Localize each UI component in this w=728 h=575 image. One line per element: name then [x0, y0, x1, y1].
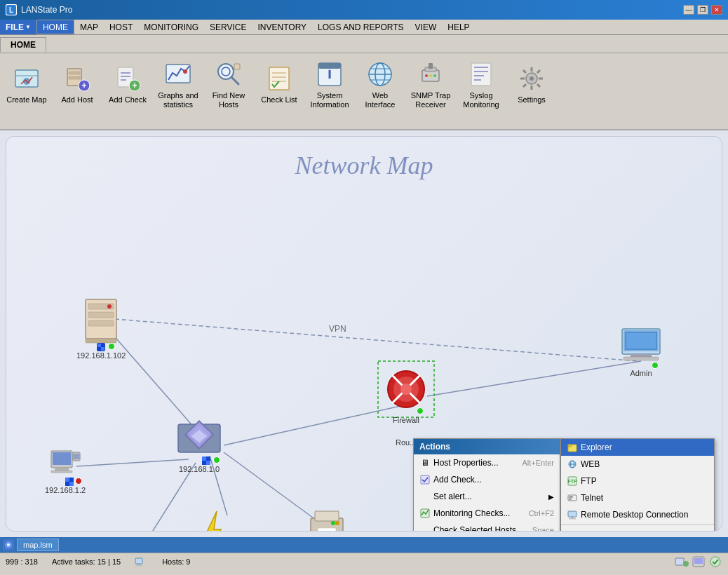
svg-rect-90 [623, 357, 659, 360]
context-menu: Actions 🖥 Host Properties... Alt+Enter A… [413, 438, 560, 532]
ctx-monitoring-checks[interactable]: Monitoring Checks... Ctrl+F2 [414, 505, 560, 522]
submenu-telnet[interactable]: Telnet [561, 489, 714, 506]
ribbon-create-map[interactable]: Create Map [3, 56, 50, 114]
ribbon-check-list[interactable]: Check List [255, 56, 303, 114]
submenu-ftp[interactable]: FTP FTP [561, 473, 714, 489]
menu-item-home[interactable]: HOME [36, 20, 74, 34]
svg-rect-145 [135, 565, 142, 567]
ctx-set-alert[interactable]: Set alert... ▶ [414, 488, 560, 505]
svg-marker-105 [205, 511, 221, 532]
svg-rect-39 [429, 63, 433, 69]
submenu-web[interactable]: WEB [561, 456, 714, 473]
hosts-icon [135, 556, 148, 567]
admin-label: Admin [630, 369, 652, 377]
svg-rect-144 [137, 564, 141, 565]
svg-rect-92 [626, 333, 656, 349]
taskbar-mapfile[interactable]: map.lsm [17, 539, 59, 551]
menu-item-service[interactable]: SERVICE [204, 20, 252, 34]
server-label: 192.168.1.102 [76, 351, 126, 360]
node-pc1[interactable]: 192.168.1.2 [45, 445, 86, 494]
tabbar: HOME [0, 35, 728, 53]
submenu-add[interactable]: <Add> [561, 527, 714, 532]
ctx-add-check[interactable]: Add Check... [414, 471, 560, 488]
submenu-explorer[interactable]: Explorer [561, 439, 714, 456]
host-properties-icon: 🖥 [419, 457, 431, 468]
svg-text:FTP: FTP [567, 479, 577, 484]
submenu-add-icon [567, 529, 578, 532]
menu-item-host[interactable]: HOST [104, 20, 138, 34]
active-tasks: Active tasks: 15 | 15 [52, 557, 121, 566]
map-title: Network Map [295, 151, 433, 180]
menu-item-file[interactable]: FILE ▼ [0, 20, 36, 34]
submenu-rdp[interactable]: Remote Desktop Connection [561, 506, 714, 523]
svg-rect-129 [568, 445, 572, 447]
ribbon-web-interface[interactable]: Web Interface [356, 56, 404, 114]
ribbon-syslog[interactable]: Syslog Monitoring [457, 56, 505, 114]
graphs-stats-icon [164, 60, 192, 88]
minimize-button[interactable]: — [683, 5, 694, 15]
svg-point-109 [331, 521, 335, 525]
sys-info-icon: i [316, 60, 344, 88]
submenu-sep [561, 525, 714, 525]
svg-line-51 [523, 70, 526, 73]
snmp-trap-icon [417, 60, 445, 88]
ribbon-add-host[interactable]: + Add Host [53, 56, 101, 114]
menu-item-monitoring[interactable]: MONITORING [138, 20, 204, 34]
svg-rect-80 [202, 456, 206, 461]
coords: 999 : 318 [6, 557, 38, 566]
menu-item-logs[interactable]: LOGS AND REPORTS [312, 20, 409, 34]
ribbon-sys-info[interactable]: i System Information [306, 56, 353, 114]
network-map[interactable]: Network Map VPN [6, 136, 722, 532]
maximize-button[interactable]: ❐ [697, 5, 708, 15]
ribbon-graphs-stats[interactable]: Graphs and statistics [154, 56, 202, 114]
svg-point-17 [183, 69, 187, 74]
svg-rect-96 [51, 471, 72, 473]
context-menu-header: Actions [414, 439, 560, 454]
svg-line-62 [427, 361, 641, 396]
svg-rect-40 [471, 63, 491, 86]
add-host-icon: + [63, 65, 91, 93]
ribbon-add-check[interactable]: + Add Check [104, 56, 151, 114]
submenu-telnet-icon [567, 492, 578, 503]
menu-item-help[interactable]: HELP [442, 20, 475, 34]
web-interface-icon [366, 60, 394, 88]
ribbon-settings[interactable]: Settings [508, 56, 555, 114]
submenu-ftp-icon: FTP [567, 475, 578, 487]
menu-item-map[interactable]: MAP [74, 20, 104, 34]
svg-rect-98 [74, 454, 79, 459]
node-server[interactable]: 192.168.1.102 [76, 297, 126, 360]
tab-home[interactable]: HOME [0, 37, 46, 53]
node-lightning[interactable] [196, 508, 231, 532]
svg-rect-143 [135, 558, 142, 564]
ribbon-find-hosts[interactable]: Find New Hosts [205, 56, 252, 114]
firewall-label: Firewall [393, 416, 419, 424]
titlebar-controls: — ❐ ✕ [683, 5, 722, 15]
submenu-rdp-icon [567, 509, 578, 520]
svg-point-69 [107, 304, 112, 309]
submenu: Explorer WEB FTP FTP Telnet [560, 438, 715, 532]
menu-item-inventory[interactable]: INVENTORY [252, 20, 313, 34]
app-icon: L [6, 4, 17, 15]
svg-rect-22 [269, 67, 289, 90]
svg-line-54 [523, 84, 526, 87]
node-switch[interactable]: 192.168.1.0 [175, 417, 224, 473]
menu-item-view[interactable]: VIEW [410, 20, 443, 34]
svg-rect-108 [318, 528, 336, 532]
svg-rect-135 [568, 495, 577, 501]
node-device1[interactable]: 192.168.1.3 [110, 529, 151, 532]
close-button[interactable]: ✕ [711, 5, 722, 15]
svg-text:+: + [132, 81, 137, 90]
node-admin[interactable]: Admin [616, 326, 666, 377]
node-firewall[interactable]: Firewall [385, 368, 427, 424]
submenu-web-icon [567, 459, 578, 470]
svg-point-110 [335, 521, 339, 525]
node-printer[interactable]: Printer [308, 508, 346, 532]
svg-point-86 [400, 384, 412, 395]
find-hosts-icon [215, 60, 243, 88]
ctx-host-properties[interactable]: 🖥 Host Properties... Alt+Enter [414, 454, 560, 471]
menubar: FILE ▼ HOME MAP HOST MONITORING SERVICE … [0, 20, 728, 35]
svg-text:+: + [81, 81, 86, 90]
ctx-check-selected[interactable]: Check Selected Hosts Space [414, 522, 560, 532]
svg-line-20 [231, 77, 238, 84]
ribbon-snmp-trap[interactable]: SNMP Trap Receiver [407, 56, 454, 114]
